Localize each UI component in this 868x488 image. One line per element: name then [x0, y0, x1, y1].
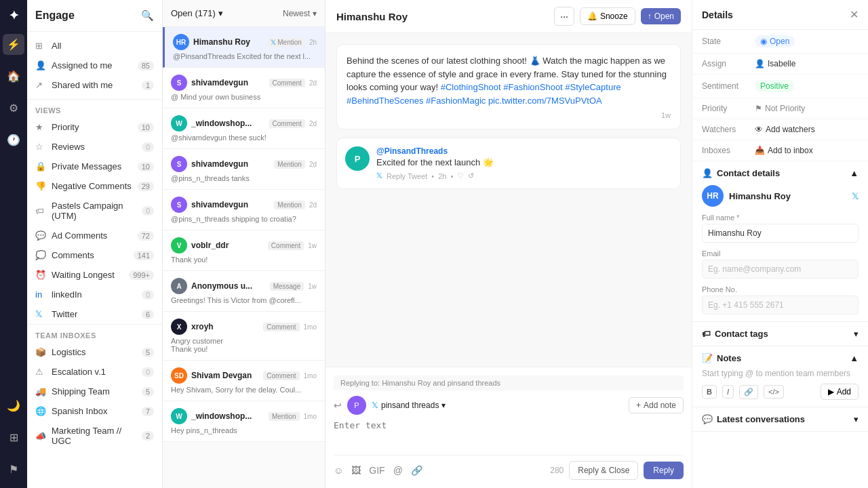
latest-conv-section: 💬 Latest conversations ▾ [692, 407, 868, 432]
undo-icon[interactable]: ↩ [334, 400, 342, 411]
conv-item-3[interactable]: W _windowshop... Comment 2d @shivamdevgu… [163, 108, 325, 149]
thumbdown-icon: 👎 [35, 181, 46, 191]
nav-icon-settings[interactable]: ⚙ [5, 98, 22, 119]
sidebar-item-shared[interactable]: ↗ Shared with me 1 [27, 75, 162, 95]
notes-actions: B I 🔗 </> ▶ Add [702, 384, 859, 400]
conv-item-7[interactable]: A Anonymous u... Message 1w Greetings! T… [163, 271, 325, 312]
code-button[interactable]: </> [764, 385, 784, 399]
conv-filter[interactable]: Open (171) ▾ [171, 8, 223, 18]
nav-icon-engage[interactable]: ⚡ [3, 34, 24, 55]
comment-icon: 💬 [35, 230, 46, 241]
state-value[interactable]: ◉ Open [755, 35, 795, 47]
watchers-value[interactable]: 👁 Add watchers [755, 125, 815, 134]
sidebar-item-priority[interactable]: ★ Priority 10 [27, 117, 162, 137]
reply-user[interactable]: @PinsandThreads [376, 146, 672, 156]
sidebar-item-ad-comments[interactable]: 💬 Ad Comments 72 [27, 226, 162, 245]
sidebar-item-waiting[interactable]: ⏰ Waiting Longest 999+ [27, 265, 162, 285]
priority-value[interactable]: ⚑ Not Priority [755, 104, 805, 113]
notes-title: 📝 Notes [702, 353, 741, 363]
sidebar-item-assigned[interactable]: 👤 Assigned to me 85 [27, 56, 162, 75]
chevron-down-tags: ▾ [854, 329, 859, 339]
conv-item-4[interactable]: S shivamdevgun Mention 2d @pins_n_thread… [163, 149, 325, 190]
image-icon[interactable]: 🖼 [351, 465, 361, 476]
conv-item-6[interactable]: V voblr_ddr Comment 1w Thank you! [163, 230, 325, 271]
open-label: Open [654, 12, 674, 21]
close-icon[interactable]: ✕ [850, 8, 859, 21]
nav-icon-grid[interactable]: ⊞ [5, 427, 22, 448]
conv-item-8[interactable]: X xroyh Comment 1mo Angry customer Thank… [163, 312, 325, 361]
sidebar-item-twitter[interactable]: 𝕏 Twitter 6 [27, 304, 162, 324]
contact-tags-header[interactable]: 🏷 Contact tags ▾ [702, 329, 859, 339]
hashtag-magic[interactable]: #FashionMagic [426, 96, 486, 106]
state-text: Open [770, 37, 789, 46]
sentiment-value[interactable]: Positive [755, 80, 794, 92]
conv-item-5[interactable]: S shivamdevgun Mention 2d @pins_n_thread… [163, 190, 325, 230]
gif-icon[interactable]: GIF [369, 465, 384, 476]
nav-icon-clock[interactable]: 🕐 [3, 129, 24, 150]
sidebar-item-spanish[interactable]: 🌐 Spanish Inbox 7 [27, 401, 162, 421]
nav-icon-flag[interactable]: ⚑ [5, 459, 22, 480]
sidebar-item-pastels[interactable]: 🏷 Pastels Campaign (UTM) 0 [27, 196, 162, 226]
inboxes-value[interactable]: 📥 Add to inbox [755, 146, 813, 155]
add-note-submit-button[interactable]: ▶ Add [821, 384, 859, 400]
tweet-link[interactable]: pic.twitter.com/7MSVuPVtOA [488, 96, 602, 106]
hashtag-style[interactable]: #StyleCapture [565, 82, 620, 92]
nav-icon-moon[interactable]: 🌙 [3, 395, 24, 416]
snooze-button[interactable]: 🔔 Snooze [580, 7, 635, 25]
sidebar-item-comments[interactable]: 💭 Comments 141 [27, 245, 162, 265]
sidebar-item-linkedin[interactable]: in linkedIn 0 [27, 285, 162, 304]
sidebar-item-marketing[interactable]: 📣 Marketing Team // UGC 2 [27, 421, 162, 451]
conv-preview-7: Greetings! This is Victor from @corefl..… [171, 296, 317, 304]
contact-section-header[interactable]: 👤 Contact details ▲ [702, 168, 859, 178]
conv-sort[interactable]: Newest ▾ [283, 9, 317, 18]
more-options-button[interactable]: ··· [554, 7, 574, 26]
sidebar-item-reviews[interactable]: ☆ Reviews 0 [27, 137, 162, 157]
sidebar-item-escalation[interactable]: ⚠ Escalation v.1 0 [27, 362, 162, 382]
box-icon: 📦 [35, 347, 46, 357]
sidebar-item-all[interactable]: ⊞ All [27, 36, 162, 56]
hashtag-clothing[interactable]: #ClothingShoot [441, 82, 501, 92]
italic-button[interactable]: I [722, 385, 734, 399]
notes-header[interactable]: 📝 Notes ▲ [702, 353, 859, 363]
conv-name-3: _windowshop... [191, 119, 265, 128]
reply-meta: 𝕏 Reply Tweet • 2h • ♡ ↺ [376, 171, 672, 180]
hashtag-fashion[interactable]: #FashionShoot [503, 82, 562, 92]
sidebar-item-logistics[interactable]: 📦 Logistics 5 [27, 342, 162, 362]
sidebar-item-negative[interactable]: 👎 Negative Comments 29 [27, 176, 162, 196]
conv-item-1[interactable]: HR Himanshu Roy 𝕏 Mention 2h @PinsandThr… [163, 27, 325, 68]
email-value[interactable]: Eg. name@company.com [702, 260, 859, 279]
add-note-button[interactable]: + Add note [629, 397, 684, 413]
conv-item-9[interactable]: SD Shivam Devgan Comment 1mo Hey Shivam,… [163, 361, 325, 401]
latest-conv-header[interactable]: 💬 Latest conversations ▾ [702, 414, 859, 424]
hashtag-behind[interactable]: #BehindTheScenes [347, 96, 423, 106]
link-icon[interactable]: 🔗 [411, 465, 422, 476]
reply-close-button[interactable]: Reply & Close [569, 461, 638, 480]
toolbar-icons: ☺ 🖼 GIF @ 🔗 [334, 465, 422, 476]
assign-value[interactable]: 👤 Isabelle [755, 59, 795, 68]
reply-box-account[interactable]: 𝕏 pinsand threads ▾ [372, 401, 446, 410]
twitter-badge-icon: 𝕏 [271, 39, 276, 46]
full-name-value[interactable]: Himanshu Roy [702, 224, 859, 243]
conv-list-header: Open (171) ▾ Newest ▾ [163, 0, 325, 27]
tweet-card: Behind the scenes of our latest clothing… [336, 44, 681, 129]
link-format-button[interactable]: 🔗 [739, 385, 758, 399]
bold-button[interactable]: B [702, 385, 717, 399]
state-label: State [702, 37, 749, 46]
reply-textarea[interactable] [334, 420, 684, 447]
sidebar-top-section: ⊞ All 👤 Assigned to me 85 ↗ Shared with … [27, 32, 162, 99]
phone-value[interactable]: Eg. +1 415 555 2671 [702, 296, 859, 314]
reply-button[interactable]: Reply [644, 462, 684, 479]
emoji-icon[interactable]: ☺ [334, 465, 343, 476]
mention-toolbar-icon[interactable]: @ [393, 465, 403, 476]
conv-item-2[interactable]: S shivamdevgun Comment 2d @ Mind your ow… [163, 68, 325, 108]
conv-preview-3: @shivamdevgun these suck! [171, 134, 317, 142]
search-icon[interactable]: 🔍 [141, 9, 154, 22]
nav-icon-home[interactable]: 🏠 [3, 66, 24, 87]
open-button[interactable]: ↑ Open [641, 8, 681, 24]
conv-item-10[interactable]: W _windowshop... Mention 1mo Hey pins_n_… [163, 401, 325, 442]
sidebar-item-private[interactable]: 🔒 Private Messages 10 [27, 157, 162, 176]
inboxes-field: Inboxes 📥 Add to inbox [692, 140, 868, 161]
conv-name-1: Himanshu Roy [193, 37, 263, 47]
notes-placeholder-text: Start typing @ to mention team members [702, 369, 859, 378]
sidebar-item-shipping[interactable]: 🚚 Shipping Team 5 [27, 382, 162, 401]
